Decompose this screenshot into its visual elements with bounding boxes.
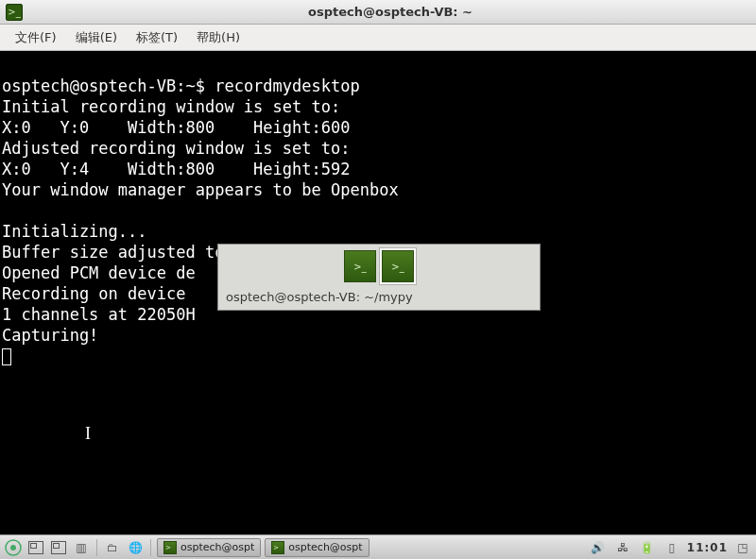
switcher-window-1[interactable]: >_	[344, 250, 376, 282]
terminal-line: Initializing...	[2, 222, 147, 241]
taskbar-window-label: osptech@ospt	[180, 541, 254, 553]
switcher-window-2[interactable]: >_	[382, 250, 414, 282]
taskbar-separator	[150, 539, 151, 556]
volume-icon[interactable]: 🔊	[589, 539, 608, 556]
network-icon[interactable]: 🖧	[613, 539, 632, 556]
terminal-line: Capturing!	[2, 326, 98, 345]
logout-icon[interactable]: ◳	[733, 539, 752, 556]
terminal-line: Initial recording window is set to:	[2, 97, 340, 116]
terminal-icon: >	[271, 541, 284, 554]
system-tray: 🔊 🖧 🔋 ▯ 11:01 ◳	[589, 539, 752, 556]
terminal-prompt: osptech@osptech-VB:~$	[2, 76, 215, 95]
taskbar-clock[interactable]: 11:01	[687, 541, 728, 554]
taskbar-window-label: osptech@ospt	[288, 541, 362, 553]
alt-tab-switcher[interactable]: >_ >_ osptech@osptech-VB: ~/mypy	[217, 244, 541, 311]
window-titlebar: >_ osptech@osptech-VB: ~	[0, 0, 756, 25]
switcher-thumbnails: >_ >_	[226, 250, 532, 282]
menu-help[interactable]: 帮助(H)	[187, 25, 249, 50]
terminal-line: 1 channels at 22050H	[2, 305, 196, 324]
switcher-label: osptech@osptech-VB: ~/mypy	[226, 288, 532, 304]
terminal-cursor	[2, 348, 11, 365]
file-manager-icon[interactable]: 🗀	[103, 539, 122, 556]
terminal-icon: >	[163, 541, 177, 554]
battery-icon[interactable]: 🔋	[638, 539, 657, 556]
tray-extra-icon[interactable]: ▯	[662, 539, 681, 556]
browser-icon[interactable]: 🌐	[126, 539, 145, 556]
terminal-line: Adjusted recording window is set to:	[2, 139, 350, 158]
svg-point-1	[10, 545, 16, 551]
terminal-line: X:0 Y:4 Width:800 Height:592	[2, 160, 350, 178]
taskbar-separator	[96, 539, 97, 556]
menu-bar: 文件(F) 编辑(E) 标签(T) 帮助(H)	[0, 25, 756, 51]
terminal-line: Opened PCM device de	[2, 263, 196, 282]
menu-edit[interactable]: 编辑(E)	[66, 25, 127, 50]
taskbar-window-2[interactable]: > osptech@ospt	[265, 538, 369, 557]
window-list-icon[interactable]	[49, 539, 68, 556]
terminal-command: recordmydesktop	[215, 76, 360, 95]
terminal-line: X:0 Y:0 Width:800 Height:600	[2, 118, 350, 137]
terminal-line: Your window manager appears to be Openbo…	[2, 180, 399, 199]
taskbar-window-1[interactable]: > osptech@ospt	[157, 538, 261, 557]
start-menu-icon[interactable]	[4, 539, 23, 556]
menu-tabs[interactable]: 标签(T)	[127, 25, 187, 50]
taskbar: ▥ 🗀 🌐 > osptech@ospt > osptech@ospt 🔊 🖧 …	[0, 534, 756, 559]
menu-file[interactable]: 文件(F)	[6, 25, 66, 50]
launcher-icon[interactable]: ▥	[72, 539, 91, 556]
show-desktop-icon[interactable]	[26, 539, 45, 556]
window-title: osptech@osptech-VB: ~	[30, 5, 750, 19]
text-caret-icon: I	[85, 423, 91, 444]
terminal-line: Recording on device	[2, 284, 196, 303]
terminal-icon: >_	[6, 4, 23, 21]
